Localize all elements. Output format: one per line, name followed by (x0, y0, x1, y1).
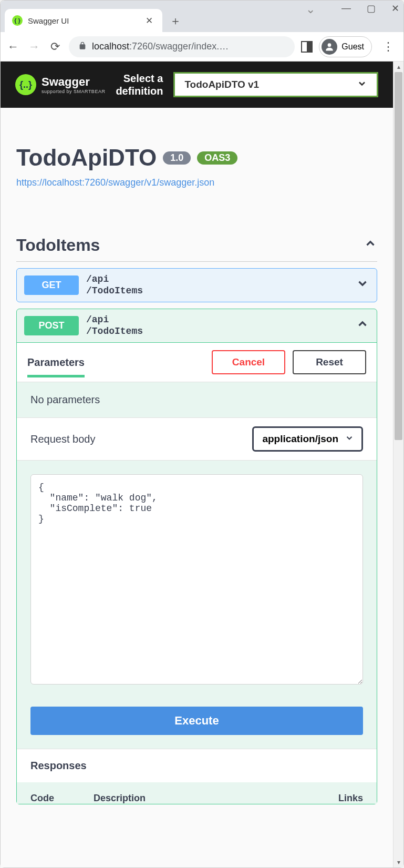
chevron-down-icon (345, 433, 354, 445)
chevron-down-icon (357, 78, 367, 91)
content-type-select[interactable]: application/json (252, 426, 363, 452)
spec-url-link[interactable]: https://localhost:7260/swagger/v1/swagge… (16, 177, 377, 188)
chevron-up-icon (356, 317, 369, 334)
avatar-icon (322, 39, 337, 55)
forward-button[interactable]: → (27, 40, 42, 54)
opblock-summary[interactable]: GET /api /TodoItems (17, 269, 377, 302)
swagger-logo-subtext: supported by SMARTBEAR (42, 89, 105, 94)
request-body-label: Request body (30, 433, 95, 445)
svg-point-0 (328, 43, 332, 47)
chevron-up-icon (364, 237, 377, 254)
definition-select[interactable]: TodoApiDTO v1 (173, 72, 378, 97)
url-host: localhost (92, 41, 129, 52)
scroll-up-arrow-icon[interactable]: ▴ (393, 62, 403, 72)
execute-button[interactable]: Execute (30, 707, 363, 735)
operation-path: /api /TodoItems (86, 314, 348, 337)
reader-mode-icon[interactable] (301, 41, 313, 53)
col-description: Description (94, 793, 321, 804)
api-title: TodoApiDTO (16, 145, 157, 171)
url-path: :7260/swagger/index.… (129, 41, 229, 52)
vertical-scrollbar[interactable]: ▴ ▾ (393, 62, 403, 867)
tab-title: Swagger UI (28, 16, 138, 25)
back-button[interactable]: ← (6, 40, 20, 54)
opblock-summary[interactable]: POST /api /TodoItems (17, 309, 377, 342)
parameters-tab[interactable]: Parameters (27, 356, 85, 377)
reload-button[interactable]: ⟳ (48, 40, 63, 54)
close-tab-button[interactable]: ✕ (143, 15, 155, 26)
definition-selected: TodoApiDTO v1 (184, 79, 259, 90)
minimize-button[interactable]: — (341, 3, 351, 16)
col-links: Links (321, 793, 363, 804)
profile-button[interactable]: Guest (319, 36, 372, 57)
version-badge: 1.0 (163, 151, 191, 165)
oas-badge: OAS3 (197, 151, 237, 165)
operation-path: /api /TodoItems (86, 274, 348, 297)
scrollbar-thumb[interactable] (395, 72, 402, 440)
cancel-button[interactable]: Cancel (212, 350, 285, 374)
request-body-editor[interactable] (30, 474, 363, 685)
responses-heading: Responses (17, 749, 377, 782)
swagger-logo-text: Swagger (42, 75, 105, 89)
responses-table-header: Code Description Links (17, 782, 377, 804)
tag-name: TodoItems (16, 236, 100, 255)
opblock-get-todoitems: GET /api /TodoItems (16, 268, 377, 302)
maximize-button[interactable]: ▢ (367, 3, 376, 16)
chevron-down-icon (356, 277, 369, 294)
tab-search-button[interactable]: ⌄ (306, 3, 315, 16)
swagger-topbar: {..} Swagger supported by SMARTBEAR Sele… (1, 62, 393, 108)
reset-button[interactable]: Reset (293, 350, 366, 374)
browser-address-bar: ← → ⟳ localhost:7260/swagger/index.… Gue… (1, 32, 403, 62)
profile-label: Guest (341, 42, 364, 52)
method-badge-post: POST (24, 316, 79, 335)
swagger-logo[interactable]: {..} Swagger supported by SMARTBEAR (15, 74, 105, 95)
content-type-value: application/json (262, 433, 338, 445)
close-window-button[interactable]: ✕ (391, 3, 399, 16)
definition-label: Select a definition (116, 72, 163, 97)
url-field[interactable]: localhost:7260/swagger/index.… (69, 36, 295, 57)
browser-titlebar: { } Swagger UI ✕ ＋ ⌄ — ▢ ✕ (1, 1, 403, 32)
swagger-logo-icon: {..} (15, 74, 36, 95)
method-badge-get: GET (24, 275, 79, 295)
col-code: Code (30, 793, 94, 804)
swagger-favicon-icon: { } (12, 15, 23, 26)
tag-header[interactable]: TodoItems (16, 236, 377, 262)
scroll-down-arrow-icon[interactable]: ▾ (393, 857, 403, 867)
browser-menu-button[interactable]: ⋮ (378, 40, 398, 54)
no-parameters-text: No parameters (17, 382, 377, 417)
lock-icon (78, 42, 87, 52)
new-tab-button[interactable]: ＋ (167, 12, 184, 30)
browser-tab[interactable]: { } Swagger UI ✕ (5, 9, 162, 32)
opblock-post-todoitems: POST /api /TodoItems Parameters Cancel (16, 309, 377, 804)
